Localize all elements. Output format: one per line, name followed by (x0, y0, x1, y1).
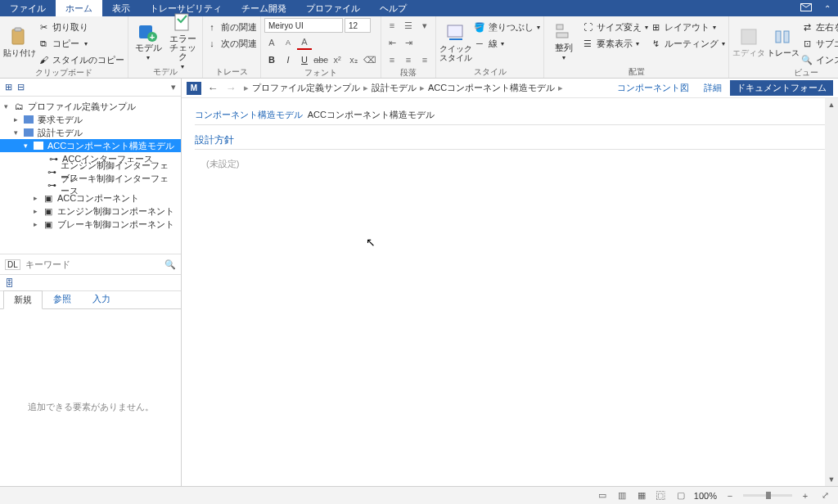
font-name-input[interactable] (264, 18, 343, 33)
empty-message: 追加できる要素がありません。 (0, 309, 181, 504)
zoom-out-icon[interactable]: − (723, 490, 737, 502)
view-diagram[interactable]: コンポーネント図 (610, 80, 696, 96)
tree-root[interactable]: ▾🗂プロファイル定義サンプル (0, 100, 181, 113)
tree-acc-struct[interactable]: ▾ACCコンポーネント構造モデル (0, 139, 181, 152)
svg-rect-15 (34, 142, 43, 150)
routing-button[interactable]: ↯ルーティング▾ (650, 36, 725, 51)
status-view4-icon[interactable]: ⿴ (655, 490, 668, 502)
tab-input[interactable]: 入力 (82, 290, 121, 308)
numlist-icon[interactable]: ☰ (401, 18, 416, 33)
tree-brk-if[interactable]: ⊶ブレーキ制御インターフェース (0, 178, 181, 191)
ribbon-group-paragraph: ≡☰▾ ⇤⇥ ≡≡≡ 段落 (381, 16, 436, 78)
view-docform[interactable]: ドキュメントフォーム (730, 80, 833, 96)
tree-tool2-icon[interactable]: ⊟ (17, 82, 25, 92)
tab-ref[interactable]: 参照 (43, 290, 82, 308)
super-icon[interactable]: x² (330, 52, 345, 67)
component-icon: ▣ (43, 206, 54, 216)
model-tree[interactable]: ▾🗂プロファイル定義サンプル ▸要求モデル ▾設計モデル ▾ACCコンポーネント… (0, 97, 181, 254)
component-icon: ▣ (43, 193, 54, 203)
copy-button[interactable]: ⧉コピー▾ (38, 36, 124, 51)
tree-req[interactable]: ▸要求モデル (0, 113, 181, 126)
search-go-icon[interactable]: 🔍 (164, 259, 176, 270)
vertical-scrollbar[interactable]: ▲ ▼ (825, 98, 838, 486)
interface-icon: ⊶ (47, 154, 59, 164)
nav-fwd-icon[interactable]: → (224, 82, 237, 94)
menu-help[interactable]: ヘルプ (370, 0, 417, 16)
resize-button[interactable]: ⛶サイズ変え▾ (582, 20, 648, 34)
show-button[interactable]: ☰要素表示▾ (582, 36, 648, 51)
tree-brk-comp[interactable]: ▸▣ブレーキ制御コンポーネント (0, 218, 181, 231)
fullscreen-icon[interactable]: ⤢ (818, 490, 831, 502)
window-message-icon[interactable] (795, 0, 817, 16)
svg-rect-1 (12, 29, 24, 44)
sub-icon[interactable]: x₂ (346, 52, 361, 67)
zoom-in-icon[interactable]: + (799, 490, 812, 502)
underline-icon[interactable]: U (297, 52, 312, 67)
status-present-icon[interactable]: ▢ (674, 490, 687, 502)
increase-font-icon[interactable]: A (264, 35, 279, 50)
scroll-up-icon[interactable]: ▲ (825, 98, 838, 111)
align-right-icon[interactable]: ≡ (417, 52, 432, 67)
status-view1-icon[interactable]: ▭ (596, 490, 609, 502)
clear-format-icon[interactable]: ⌫ (363, 52, 377, 67)
nav-back-icon[interactable]: ← (206, 82, 219, 94)
trace-view-button[interactable]: トレース (767, 18, 800, 65)
fill-button[interactable]: 🪣塗りつぶし▾ (474, 20, 540, 34)
indent-icon[interactable]: ⇥ (401, 35, 416, 50)
folder-icon (23, 128, 34, 137)
outdent-icon[interactable]: ⇤ (385, 35, 399, 50)
tree-settings-icon[interactable]: ▾ (171, 82, 176, 92)
font-color-icon[interactable]: A (297, 35, 312, 50)
strike-icon[interactable]: abc (313, 52, 328, 67)
panel-tool-icon[interactable]: 🗄 (5, 278, 14, 288)
bold-icon[interactable]: B (264, 52, 279, 67)
search-type-icon[interactable]: DL (5, 259, 20, 270)
subeditor-button[interactable]: ⊡サブエディタ (801, 36, 838, 51)
menu-file[interactable]: ファイル (0, 0, 56, 16)
status-view3-icon[interactable]: ▦ (635, 490, 648, 502)
inspector-button[interactable]: 🔍インスペクタ (801, 52, 838, 67)
main-area: M ← → ▸ プロファイル定義サンプル▸ 設計モデル▸ ACCコンポーネント構… (182, 79, 838, 504)
cut-button[interactable]: ✂切り取り (38, 20, 124, 34)
font-size-input[interactable] (345, 18, 371, 33)
crumb-3[interactable]: ACCコンポーネント構造モデル (428, 82, 555, 94)
prev-trace-button[interactable]: ↑前の関連 (206, 20, 257, 34)
align-left-icon[interactable]: ≡ (385, 52, 399, 67)
stylecopy-button[interactable]: 🖌スタイルのコピー (38, 52, 124, 67)
zoom-slider[interactable] (743, 494, 792, 497)
status-view2-icon[interactable]: ▥ (615, 490, 628, 502)
align-center-icon[interactable]: ≡ (401, 52, 416, 67)
menu-home[interactable]: ホーム (56, 0, 102, 16)
bullet-icon[interactable]: ≡ (385, 18, 399, 33)
next-trace-button[interactable]: ↓次の関連 (206, 36, 257, 51)
menu-view[interactable]: 表示 (102, 0, 140, 16)
font-size-controls[interactable]: A A A (264, 35, 312, 50)
editor-button[interactable]: エディタ (732, 18, 765, 65)
line-button[interactable]: ─線▾ (474, 36, 540, 51)
interface-icon: ⊶ (47, 180, 57, 190)
status-bar: ▭ ▥ ▦ ⿴ ▢ 100% − + ⤢ (0, 486, 838, 504)
tab-new[interactable]: 新規 (3, 290, 43, 309)
crumb-2[interactable]: 設計モデル (372, 82, 417, 94)
quickstyle-button[interactable]: クイック スタイル (439, 18, 472, 65)
tree-tool-icon[interactable]: ⊞ (5, 82, 12, 92)
search-input[interactable] (25, 259, 160, 269)
tree-design[interactable]: ▾設計モデル (0, 126, 181, 139)
tree-eng-comp[interactable]: ▸▣エンジン制御コンポーネント (0, 205, 181, 218)
layout-button[interactable]: ⊞レイアウト▾ (650, 20, 725, 34)
italic-icon[interactable]: I (281, 52, 295, 67)
window-collapse-icon[interactable]: ⌃ (817, 0, 838, 16)
ribbon-group-style: クイック スタイル 🪣塗りつぶし▾ ─線▾ スタイル (436, 16, 544, 78)
swap-button[interactable]: ⇄左右を入れ替え (801, 20, 838, 34)
align-button[interactable]: 整列▾ (547, 18, 580, 65)
crumb-1[interactable]: プロファイル定義サンプル (252, 82, 360, 94)
menu-profile[interactable]: プロファイル (296, 0, 370, 16)
model-button[interactable]: + モデル▾ (132, 18, 164, 65)
errorcheck-button[interactable]: エラーチェック▾ (166, 18, 199, 65)
interface-icon: ⊶ (47, 167, 57, 177)
decrease-font-icon[interactable]: A (281, 35, 295, 50)
scroll-down-icon[interactable]: ▼ (825, 473, 838, 486)
paste-button[interactable]: 貼り付け (3, 18, 36, 65)
view-detail[interactable]: 詳細 (697, 80, 728, 96)
menu-team[interactable]: チーム開発 (232, 0, 296, 16)
